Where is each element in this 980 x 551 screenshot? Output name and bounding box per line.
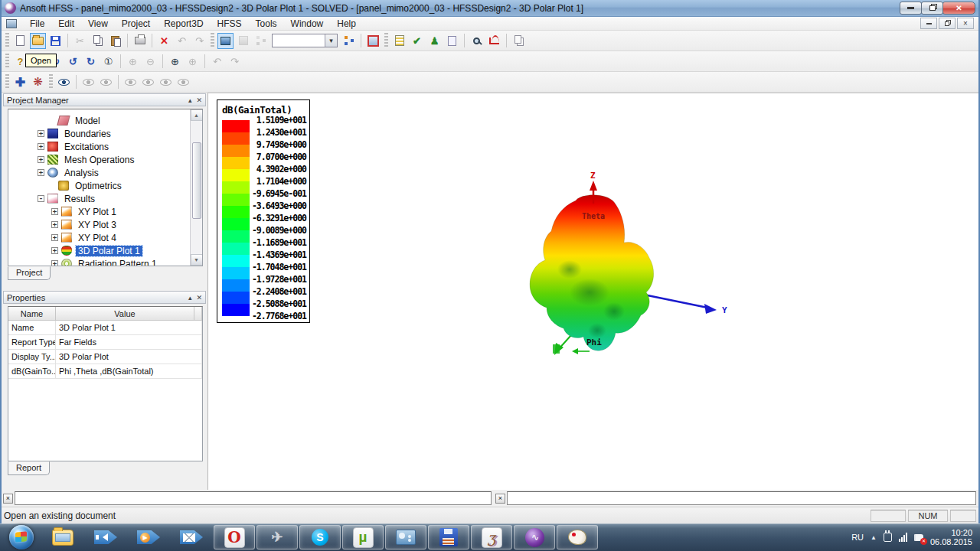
menu-project[interactable]: Project [115,18,157,30]
property-value[interactable]: Phi ,Theta ,dB(GainTotal) [56,364,202,378]
open-icon[interactable] [30,33,46,49]
menu-edit[interactable]: Edit [51,18,81,30]
tree-item-analysis[interactable]: +Analysis [8,166,202,179]
network-signal-icon[interactable] [899,533,907,542]
expander-icon[interactable]: + [51,260,58,266]
expander-icon[interactable]: + [51,221,58,228]
taskbar-helix-app[interactable]: ʒ [471,525,512,549]
expander-icon[interactable]: + [38,156,44,163]
toolbar-grip[interactable] [5,54,9,69]
rotate-x-icon[interactable]: ↺ [65,54,81,70]
tree-scrollbar[interactable]: ▲ ▼ [190,109,202,266]
copy-icon[interactable] [90,33,106,49]
fit-selection-icon[interactable]: ⊕ [185,54,201,70]
taskbar-volume[interactable] [85,525,126,549]
validate-icon[interactable]: ✔ [409,33,425,49]
mdi-child-icon[interactable] [6,19,17,28]
property-value[interactable]: 3D Polar Plot [56,350,202,364]
rotate-y-icon[interactable]: ↻ [83,54,99,70]
scroll-thumb[interactable] [192,142,201,219]
tree-item-xy-plot-3[interactable]: +XY Plot 3 [8,218,202,231]
column-header-value[interactable]: Value [56,307,194,320]
toolbar-grip[interactable] [5,74,9,90]
expander-icon[interactable]: + [51,234,58,241]
3d-polar-plot-view[interactable]: dB(GainTotal) [208,93,978,490]
hide-4-icon[interactable] [175,74,191,90]
power-plug-icon[interactable] [884,533,892,542]
close-panel-icon[interactable]: ✕ [196,294,202,302]
expander-icon[interactable]: + [38,143,44,150]
taskbar-paint[interactable] [557,525,598,549]
taskbar-skype[interactable]: S [299,525,341,549]
collapse-panel-icon[interactable]: ▴ [188,294,192,302]
zoom-in-icon[interactable]: ⊕ [125,54,141,70]
menu-tools[interactable]: Tools [249,18,284,30]
zoom-1-icon[interactable]: ① [100,54,116,70]
taskbar-devices[interactable] [385,525,426,549]
taskbar-utorrent[interactable]: µ [342,525,384,549]
tree-item-excitations[interactable]: +Excitations [8,140,202,153]
tree-item-results[interactable]: -Results [8,192,202,205]
project-manager-header[interactable]: Project Manager ▴✕ [3,93,206,106]
expander-icon[interactable]: + [51,247,58,254]
tree-item-xy-plot-4[interactable]: +XY Plot 4 [8,231,202,244]
edit-sources-icon[interactable] [391,33,407,49]
property-value[interactable]: 3D Polar Plot 1 [56,321,202,334]
view-undo-icon[interactable]: ↶ [209,54,225,70]
property-row-name[interactable]: Name 3D Polar Plot 1 [8,321,202,335]
expander-icon[interactable]: - [38,195,44,202]
show-selection-icon[interactable] [98,74,114,90]
taskbar-media-player[interactable]: ▶ [128,525,169,549]
delete-icon[interactable]: ✕ [156,33,172,49]
menu-view[interactable]: View [81,18,115,30]
menu-window[interactable]: Window [284,18,331,30]
show-hidden-icons[interactable]: ▲ [871,534,877,541]
property-row-display-type[interactable]: Display Ty... 3D Polar Plot [8,350,202,364]
tab-report[interactable]: Report [8,461,50,475]
close-pane-icon[interactable]: × [3,494,13,504]
menu-hfss[interactable]: HFSS [211,18,249,30]
toolbar-grip[interactable] [211,33,214,48]
zoom-out-icon[interactable]: ⊖ [142,54,158,70]
action-center-icon[interactable] [914,534,923,541]
mdi-close-button[interactable]: × [957,18,974,29]
gain-legend[interactable]: dB(GainTotal) [217,99,310,323]
taskbar-save-tool[interactable] [428,525,469,549]
solution-type-icon[interactable] [217,33,234,49]
analyze-all-icon[interactable]: ♟ [426,33,443,49]
new-icon[interactable] [12,33,28,49]
taskbar-clock[interactable]: 10:20 06.08.2015 [930,528,972,546]
scroll-up-icon[interactable]: ▲ [191,109,203,121]
tree-item-radiation-pattern-1[interactable]: +Radiation Pattern 1 [8,257,202,266]
properties-header[interactable]: Properties ▴✕ [3,291,206,304]
field-overlay-icon[interactable] [469,33,485,49]
toolbar-grip[interactable] [49,74,53,90]
close-panel-icon[interactable]: ✕ [196,96,202,104]
fit-all-icon[interactable]: ⊕ [167,54,183,70]
tree-item-optimetrics[interactable]: Optimetrics [8,179,202,192]
minimize-button[interactable] [900,2,922,15]
radiation-pattern-3d[interactable]: Z Theta Y Phi [499,170,760,369]
hide-selection-icon[interactable] [80,74,96,90]
scroll-down-icon[interactable]: ▼ [191,254,203,266]
property-row-report-type[interactable]: Report Type Far Fields [8,335,202,350]
redo-icon[interactable]: ↷ [191,33,207,49]
taskbar-explorer[interactable] [42,525,83,549]
tree-item-model[interactable]: Model [8,114,202,127]
taskbar-viewer[interactable]: ✈ [256,525,298,549]
property-row-gain-total[interactable]: dB(GainTo... Phi ,Theta ,dB(GainTotal) [8,364,202,379]
language-indicator[interactable]: RU [851,533,864,542]
taskbar-hfss[interactable]: ∿ [514,525,555,549]
create-report-icon[interactable] [486,33,502,49]
taskbar-mail[interactable] [171,525,212,549]
mdi-restore-button[interactable] [939,18,956,29]
toolbar-grip[interactable] [5,33,9,48]
mdi-minimize-button[interactable] [920,18,937,29]
variables-icon[interactable] [341,33,357,49]
menu-report3d[interactable]: Report3D [157,18,210,30]
solution-data-icon[interactable] [444,33,460,49]
paste-icon[interactable] [107,33,123,49]
toolbar-grip[interactable] [384,33,388,48]
close-pane-icon[interactable]: × [495,494,505,504]
move-3d-icon[interactable]: ✚ [12,74,28,90]
